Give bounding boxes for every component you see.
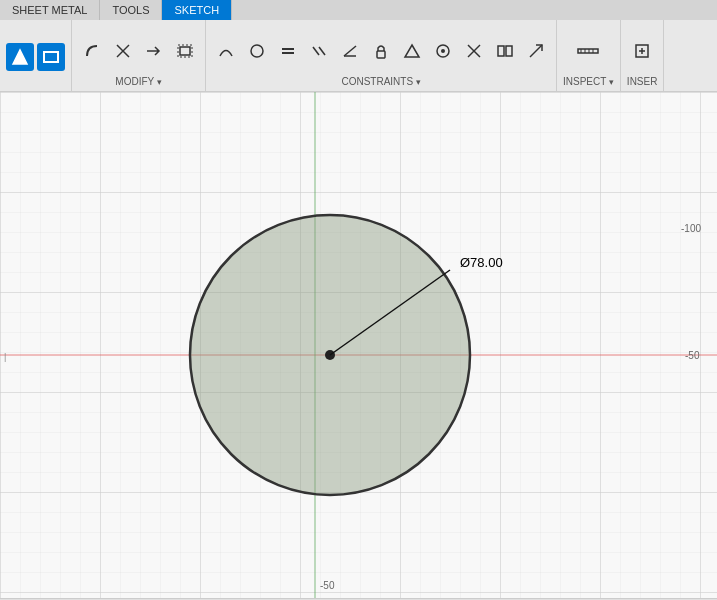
svg-point-6	[251, 45, 263, 57]
insert-icons-row	[628, 24, 656, 74]
offset-icon	[176, 42, 194, 60]
arc-icon	[217, 42, 235, 60]
lock-button[interactable]	[367, 37, 395, 65]
cross-icon	[465, 42, 483, 60]
svg-marker-14	[405, 45, 419, 57]
measure-icon	[577, 42, 599, 60]
equal-icon	[279, 42, 297, 60]
scissors-icon	[114, 42, 132, 60]
dimension-text: Ø78.00	[460, 255, 503, 270]
inspect-icons-row	[574, 24, 602, 74]
fillet-icon	[83, 42, 101, 60]
concentric-icon	[434, 42, 452, 60]
diagram-svg: Ø78.00 -50 -100 -50 |	[0, 92, 717, 598]
modify-section-label[interactable]: MODIFY	[115, 74, 161, 87]
insert-icon	[633, 42, 651, 60]
ruler-mark-50-bottom: -50	[320, 580, 335, 591]
parallel-button[interactable]	[305, 37, 333, 65]
fillet-button[interactable]	[78, 37, 106, 65]
toolbar-section-modify: MODIFY	[72, 20, 206, 91]
tab-bar: SHEET METAL TOOLS SKETCH	[0, 0, 717, 20]
split-rect-button[interactable]	[491, 37, 519, 65]
modify-icons-row	[78, 24, 199, 74]
svg-marker-0	[13, 50, 27, 64]
svg-rect-1	[44, 52, 58, 62]
ruler-mark-50-right: -50	[685, 350, 700, 361]
toolbar-section-draw	[0, 20, 72, 91]
insert-section-label: INSER	[627, 74, 658, 87]
concentric-button[interactable]	[429, 37, 457, 65]
svg-line-11	[344, 46, 356, 56]
svg-rect-4	[180, 47, 190, 55]
split-rect-icon	[496, 42, 514, 60]
lock-icon	[372, 42, 390, 60]
arrow-constraint-button[interactable]	[522, 37, 550, 65]
draw-icons-row	[6, 24, 65, 85]
svg-line-10	[319, 47, 325, 55]
rectangle-tool-button[interactable]	[37, 43, 65, 71]
extend-button[interactable]	[140, 37, 168, 65]
svg-rect-19	[498, 46, 504, 56]
offset-button[interactable]	[171, 37, 199, 65]
svg-point-16	[441, 49, 445, 53]
angle-button[interactable]	[336, 37, 364, 65]
toolbar-section-constraints: CONSTRAINTS	[206, 20, 557, 91]
constraints-icons-row	[212, 24, 550, 74]
canvas-area[interactable]: Ø78.00 -50 -100 -50 |	[0, 92, 717, 598]
rect-icon	[42, 48, 60, 66]
extend-icon	[145, 42, 163, 60]
equal-button[interactable]	[274, 37, 302, 65]
cross-button[interactable]	[460, 37, 488, 65]
triangle-constraint-button[interactable]	[398, 37, 426, 65]
toolbar-section-inspect: INSPECT	[557, 20, 621, 91]
inspect-section-label[interactable]: INSPECT	[563, 74, 614, 87]
tab-tools[interactable]: TOOLS	[100, 0, 162, 20]
angle-icon	[341, 42, 359, 60]
constraints-section-label[interactable]: CONSTRAINTS	[341, 74, 420, 87]
triangle-constraint-icon	[403, 42, 421, 60]
tab-sheet-metal[interactable]: SHEET METAL	[0, 0, 100, 20]
toolbar-section-insert: INSER	[621, 20, 665, 91]
arc-button[interactable]	[212, 37, 240, 65]
circle-button[interactable]	[243, 37, 271, 65]
trim-button[interactable]	[109, 37, 137, 65]
insert-button[interactable]	[628, 37, 656, 65]
main-toolbar: MODIFY	[0, 20, 717, 92]
svg-rect-13	[377, 51, 385, 58]
tab-sketch[interactable]: SKETCH	[162, 0, 232, 20]
svg-line-21	[530, 45, 542, 57]
svg-line-9	[313, 47, 319, 55]
parallel-icon	[310, 42, 328, 60]
svg-rect-20	[506, 46, 512, 56]
ruler-mark-100-right: -100	[681, 223, 701, 234]
ruler-left-indicator: |	[4, 352, 6, 362]
arrow-constraint-icon	[527, 42, 545, 60]
circle-icon	[248, 42, 266, 60]
line-tool-button[interactable]	[6, 43, 34, 71]
measure-button[interactable]	[574, 37, 602, 65]
line-icon	[11, 48, 29, 66]
